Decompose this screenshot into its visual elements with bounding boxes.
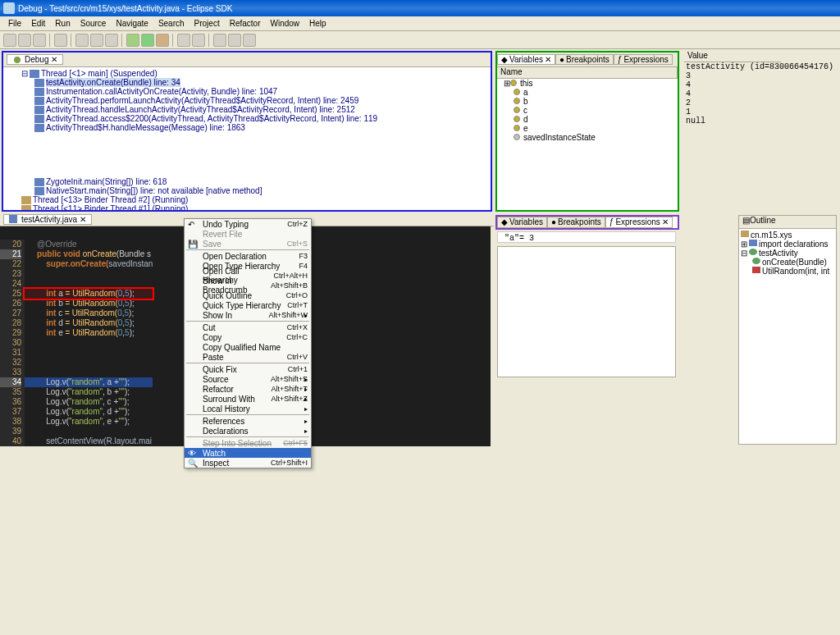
- nav-last-button[interactable]: [243, 34, 256, 47]
- close-icon[interactable]: ✕: [80, 215, 86, 224]
- menu-copy-qualified[interactable]: Copy Qualified Name: [185, 342, 311, 352]
- menu-file[interactable]: File: [3, 18, 26, 29]
- close-icon[interactable]: ✕: [51, 55, 57, 64]
- menu-source[interactable]: SourceAlt+Shift+S: [185, 374, 311, 384]
- stack-row[interactable]: testActivity.onCreate(Bundle) line: 34: [46, 78, 180, 87]
- terminate-button[interactable]: [427, 54, 438, 66]
- stack-row[interactable]: Thread [<11> Binder Thread #1] (Running): [33, 204, 188, 210]
- dbg-stepreturn-button[interactable]: [105, 34, 118, 47]
- ext-tools-button[interactable]: [156, 34, 169, 47]
- saveall-button[interactable]: [33, 34, 46, 47]
- search-button[interactable]: [192, 34, 205, 47]
- breakpoints-tab[interactable]: ●Breakpoints: [555, 54, 614, 65]
- stepinto-button[interactable]: [451, 54, 463, 66]
- open-type-button[interactable]: [177, 34, 190, 47]
- save-icon: 💾: [188, 240, 198, 248]
- close-icon[interactable]: ✕: [545, 55, 551, 64]
- stack-row[interactable]: ActivityThread$H.handleMessage(Message) …: [46, 123, 245, 132]
- variables-tab[interactable]: ◆Variables✕: [497, 54, 555, 65]
- save-button[interactable]: [18, 34, 31, 47]
- thread-icon: [30, 70, 39, 78]
- menu-project[interactable]: Project: [189, 18, 225, 29]
- variable-name[interactable]: b: [523, 97, 528, 106]
- close-icon[interactable]: ✕: [662, 217, 669, 227]
- editor-tab-label: testActivity.java: [21, 215, 77, 224]
- menu-cut[interactable]: CutCtrl+X: [185, 322, 311, 332]
- disconnect-button[interactable]: [439, 54, 450, 66]
- stack-row[interactable]: ZygoteInit.main(String[]) line: 618: [46, 177, 167, 186]
- debug-button[interactable]: [126, 34, 139, 47]
- stack-row[interactable]: ActivityThread.performLaunchActivity(Act…: [46, 96, 358, 105]
- variable-name[interactable]: c: [523, 106, 527, 115]
- stack-row[interactable]: ActivityThread.access$2200(ActivityThrea…: [46, 114, 377, 123]
- run-button[interactable]: [141, 34, 154, 47]
- outline-item[interactable]: onCreate(Bundle): [762, 258, 827, 267]
- debug-stack-tree[interactable]: ⊟Thread [<1> main] (Suspended) testActiv…: [3, 67, 491, 210]
- dbg-stepinto-button[interactable]: [75, 34, 89, 47]
- separator: [186, 321, 309, 322]
- debug-icon: [12, 56, 22, 64]
- expressions-tab2[interactable]: ƒExpressions✕: [605, 217, 673, 228]
- outline-item[interactable]: import declarations: [759, 240, 828, 249]
- menu-quick-fix[interactable]: Quick FixCtrl+1: [185, 364, 311, 374]
- stack-row[interactable]: ActivityThread.handleLaunchActivity(Acti…: [46, 105, 355, 114]
- menu-local-history[interactable]: Local History: [185, 404, 311, 413]
- stepreturn-button[interactable]: [476, 54, 487, 66]
- variable-name[interactable]: a: [523, 88, 528, 97]
- debug-tab[interactable]: Debug ✕: [7, 54, 63, 65]
- stack-row[interactable]: Thread [<13> Binder Thread #2] (Running): [33, 195, 188, 204]
- stack-row[interactable]: Thread [<1> main] (Suspended): [41, 69, 158, 78]
- stack-row[interactable]: NativeStart.main(String[]) line: not ava…: [46, 186, 262, 195]
- menu-edit[interactable]: Edit: [26, 18, 50, 29]
- menu-breadcrumb[interactable]: Show in BreadcrumbAlt+Shift+B: [185, 281, 311, 290]
- menu-source[interactable]: Source: [75, 18, 112, 29]
- new-button[interactable]: [3, 34, 16, 47]
- menu-declarations[interactable]: Declarations: [185, 426, 311, 436]
- menu-open-declaration[interactable]: Open DeclarationF3: [185, 251, 311, 261]
- menu-quick-type[interactable]: Quick Type HierarchyCtrl+T: [185, 300, 311, 310]
- menu-inspect[interactable]: 🔍InspectCtrl+Shift+I: [185, 458, 311, 468]
- stack-row[interactable]: Instrumentation.callActivityOnCreate(Act…: [46, 87, 277, 96]
- resume-button[interactable]: [402, 54, 413, 66]
- variable-name[interactable]: e: [523, 124, 528, 133]
- menu-watch[interactable]: 👁Watch: [185, 448, 311, 458]
- dbg-skip-button[interactable]: [54, 34, 67, 47]
- frame-icon: [34, 187, 44, 195]
- debug-view: Debug ✕ ⊟Thread [<1> main] (Suspended) t…: [2, 51, 492, 212]
- menu-help[interactable]: Help: [304, 18, 331, 29]
- menu-show-in[interactable]: Show InAlt+Shift+W: [185, 310, 311, 320]
- menu-search[interactable]: Search: [153, 18, 189, 29]
- dbg-stepover-button[interactable]: [90, 34, 103, 47]
- menu-surround[interactable]: Surround WithAlt+Shift+Z: [185, 394, 311, 404]
- menu-copy[interactable]: CopyCtrl+C: [185, 332, 311, 342]
- expressions-tab[interactable]: ƒExpressions: [614, 54, 673, 65]
- nav-forward-button[interactable]: [228, 34, 241, 47]
- expression-row[interactable]: "a"= 3: [497, 231, 676, 243]
- menu-refactor[interactable]: RefactorAlt+Shift+T: [185, 384, 311, 394]
- variable-name[interactable]: this: [520, 79, 533, 88]
- nav-back-button[interactable]: [213, 34, 226, 47]
- outline-item[interactable]: testActivity: [759, 249, 798, 258]
- outline-tree[interactable]: cn.m15.xys ⊞import declarations ⊟testAct…: [739, 229, 836, 277]
- breakpoints-tab2[interactable]: ●Breakpoints: [547, 217, 605, 228]
- suspend-button[interactable]: [414, 54, 426, 66]
- menu-paste[interactable]: PasteCtrl+V: [185, 352, 311, 362]
- menu-quick-outline[interactable]: Quick OutlineCtrl+O: [185, 290, 311, 300]
- outline-item[interactable]: UtilRandom(int, int: [762, 267, 829, 276]
- menu-undo[interactable]: ↶Undo TypingCtrl+Z: [185, 219, 311, 229]
- menu-navigate[interactable]: Navigate: [111, 18, 153, 29]
- menu-window[interactable]: Window: [265, 18, 304, 29]
- editor-tab[interactable]: testActivity.java ✕: [3, 214, 92, 225]
- name-column[interactable]: Name: [497, 67, 678, 78]
- menu-references[interactable]: References: [185, 416, 311, 426]
- variable-name[interactable]: savedInstanceState: [523, 133, 596, 142]
- variables-tab2[interactable]: ◆Variables: [497, 217, 547, 228]
- main-toolbar: [0, 31, 840, 49]
- menu-run[interactable]: Run: [50, 18, 75, 29]
- menu-refactor[interactable]: Refactor: [225, 18, 266, 29]
- stepover-button[interactable]: [463, 54, 475, 66]
- variable-name[interactable]: d: [523, 115, 528, 124]
- variables-table[interactable]: ⊞this a b c d e savedInstanceState: [497, 79, 678, 210]
- var-icon: [514, 98, 520, 104]
- outline-item[interactable]: cn.m15.xys: [751, 231, 792, 240]
